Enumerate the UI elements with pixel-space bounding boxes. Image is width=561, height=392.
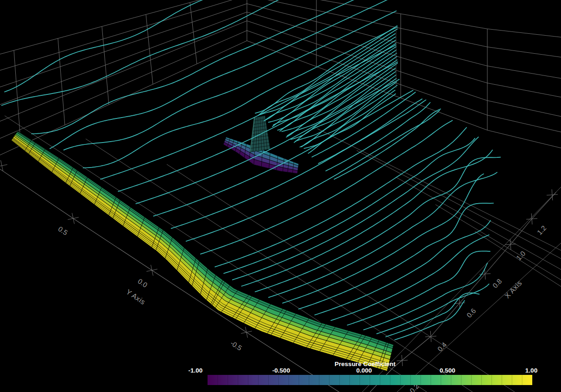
3d-viewport[interactable]: 0.2 0.4 0.6 0.8 1.0 1.2 X Axis 0.5 0.0 -… <box>0 0 561 392</box>
x-tick-label-2: 0.6 <box>465 307 478 319</box>
colorbar-label-1: -0.500 <box>272 367 290 374</box>
scene-canvas[interactable]: 0.2 0.4 0.6 0.8 1.0 1.2 X Axis 0.5 0.0 -… <box>0 0 561 392</box>
y-axis-title: Y Axis <box>125 288 146 306</box>
colorbar-title: Pressure Coefficient <box>334 361 396 367</box>
x-tick-label-5: 1.2 <box>536 224 548 236</box>
y-axis <box>0 160 339 392</box>
y-tick-label-2: -0.5 <box>229 339 244 352</box>
x-tick-label-1: 0.4 <box>436 341 448 353</box>
wing-surface[interactable] <box>11 131 394 371</box>
colorbar-label-0: -1.00 <box>189 367 203 374</box>
floor-grid <box>5 116 561 392</box>
y-tick-label-1: 0.0 <box>137 277 149 289</box>
colorbar-label-3: 0.500 <box>440 367 455 374</box>
colorbar-label-2: 0.000 <box>356 367 372 374</box>
tail-surface[interactable] <box>223 116 299 174</box>
x-axis-title: X Axis <box>503 279 523 300</box>
colorbar-label-4: 1.00 <box>525 367 537 374</box>
axes-wireframe-grid <box>0 0 561 155</box>
x-tick-label-3: 0.8 <box>491 277 504 290</box>
x-tick-label-4: 1.0 <box>515 249 527 262</box>
y-tick-label-0: 0.5 <box>57 225 69 237</box>
